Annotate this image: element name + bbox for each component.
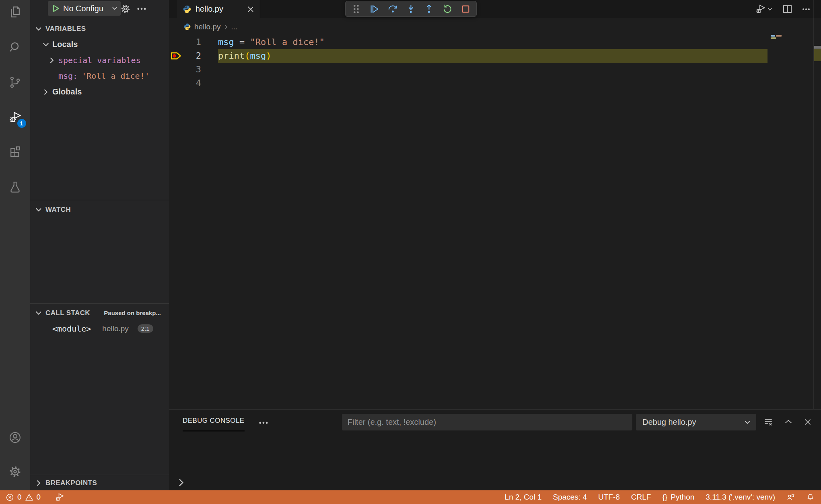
code-line-1: 1 msg = "Roll a dice!" xyxy=(169,35,821,49)
call-stack-section-header[interactable]: CALL STACK Paused on breakp... xyxy=(30,305,169,321)
console-input-prompt-icon[interactable] xyxy=(176,477,187,488)
encoding-status[interactable]: UTF-8 xyxy=(598,493,620,502)
breadcrumb: hello.py ... xyxy=(169,18,821,35)
token-variable: msg xyxy=(218,37,234,47)
chevron-down-icon xyxy=(111,5,118,12)
token-function: print xyxy=(218,51,245,61)
code-line-3: 3 xyxy=(169,63,821,76)
step-into-icon[interactable] xyxy=(404,2,417,16)
overview-ruler[interactable] xyxy=(813,0,821,409)
debug-sidebar: No Configu VARIABLES Loc xyxy=(30,0,169,490)
breadcrumb-symbol[interactable]: ... xyxy=(231,23,238,31)
line-number: 4 xyxy=(169,76,201,90)
language-status[interactable]: {} Python xyxy=(662,493,694,502)
python-interpreter-status[interactable]: 3.11.3 ('.venv': venv) xyxy=(706,493,775,502)
eol-status[interactable]: CRLF xyxy=(631,493,651,502)
code-area[interactable]: 1 msg = "Roll a dice!" 2 print(msg) 3 4 xyxy=(169,35,821,90)
token-variable: msg xyxy=(250,51,266,61)
cursor-position-status[interactable]: Ln 2, Col 1 xyxy=(505,493,542,502)
code-line-4: 4 xyxy=(169,76,821,90)
token-operator: = xyxy=(234,37,250,47)
token-bracket: ) xyxy=(266,51,271,61)
tab-close-icon[interactable] xyxy=(246,5,255,14)
source-control-icon[interactable] xyxy=(6,72,25,92)
chevron-down-icon xyxy=(34,309,43,318)
debug-config-label: No Configu xyxy=(63,4,111,13)
frame-name: <module> xyxy=(52,324,91,334)
section-divider xyxy=(30,303,169,304)
scrollbar-slider[interactable] xyxy=(814,46,821,49)
panel-more-actions-icon[interactable] xyxy=(258,418,269,426)
vscode-window: 1 xyxy=(0,0,821,504)
variables-msg-item[interactable]: msg: 'Roll a dice!' xyxy=(30,68,169,84)
close-panel-icon[interactable] xyxy=(801,416,814,428)
indentation-status[interactable]: Spaces: 4 xyxy=(553,493,587,502)
errors-count: 0 xyxy=(17,493,22,502)
editor-tab-bar: hello.py xyxy=(169,0,821,18)
debug-session-badge: 1 xyxy=(17,119,26,128)
line-number: 3 xyxy=(169,63,201,76)
debug-sidebar-toolbar: No Configu xyxy=(30,0,169,18)
minimap[interactable] xyxy=(768,0,813,161)
errors-icon xyxy=(6,493,14,502)
current-line-marker xyxy=(814,49,821,61)
chevron-right-icon xyxy=(41,88,50,96)
toolbar-drag-gripper[interactable] xyxy=(350,2,362,16)
stop-icon[interactable] xyxy=(459,2,472,16)
feedback-icon[interactable] xyxy=(786,493,795,502)
panel-debug-console: DEBUG CONSOLE Debug hello.py xyxy=(169,409,821,490)
watch-section-header[interactable]: WATCH xyxy=(30,202,169,217)
warnings-count: 0 xyxy=(37,493,41,502)
chevron-down-icon xyxy=(41,40,50,49)
sidebar-more-actions-icon[interactable] xyxy=(136,3,148,15)
variables-section-header[interactable]: VARIABLES xyxy=(30,21,169,37)
extensions-icon[interactable] xyxy=(6,142,25,162)
token-string: "Roll a dice!" xyxy=(250,37,325,47)
clear-console-icon[interactable] xyxy=(762,416,775,428)
section-divider xyxy=(30,200,169,200)
warnings-icon xyxy=(25,493,33,502)
chevron-right-icon xyxy=(47,56,56,65)
maximize-panel-icon[interactable] xyxy=(782,416,795,428)
tab-label: hello.py xyxy=(195,4,246,14)
breakpoints-section-header[interactable]: BREAKPOINTS xyxy=(30,475,169,490)
frame-file: hello.py xyxy=(102,324,129,333)
start-debugging-icon[interactable] xyxy=(51,4,60,13)
tab-hello-py[interactable]: hello.py xyxy=(177,0,260,18)
settings-gear-icon[interactable] xyxy=(6,462,25,481)
python-file-icon xyxy=(183,23,191,31)
accounts-icon[interactable] xyxy=(6,428,25,447)
console-filter-input[interactable] xyxy=(342,414,632,430)
paused-on-breakpoint-status: Paused on breakp... xyxy=(104,309,161,316)
problems-status[interactable]: 0 0 xyxy=(6,493,41,502)
step-out-icon[interactable] xyxy=(423,2,436,16)
search-icon[interactable] xyxy=(6,37,25,57)
variables-special-item[interactable]: special variables xyxy=(30,52,169,68)
activity-bar: 1 xyxy=(0,0,30,490)
console-filter-box xyxy=(342,414,632,430)
notifications-bell-icon[interactable] xyxy=(806,493,815,502)
run-and-debug-icon[interactable]: 1 xyxy=(6,107,25,127)
restart-icon[interactable] xyxy=(441,2,454,16)
frame-position-badge: 2:1 xyxy=(138,324,153,333)
debug-toolbar xyxy=(345,1,477,17)
debugging-status-icon[interactable] xyxy=(55,492,64,502)
chevron-right-icon xyxy=(222,23,230,31)
line-number: 1 xyxy=(169,35,201,49)
continue-icon[interactable] xyxy=(368,2,381,16)
language-brackets-icon: {} xyxy=(662,493,667,502)
stack-frame-line-highlight xyxy=(218,49,768,63)
variables-globals-item[interactable]: Globals xyxy=(30,84,169,100)
debug-session-dropdown[interactable]: Debug hello.py xyxy=(636,414,756,430)
step-over-icon[interactable] xyxy=(386,2,399,16)
testing-icon[interactable] xyxy=(6,177,25,197)
tab-debug-console[interactable]: DEBUG CONSOLE xyxy=(183,414,245,431)
debug-settings-gear-icon[interactable] xyxy=(119,3,132,15)
status-bar: 0 0 Ln 2, Col 1 Spaces: 4 UTF-8 CRLF {} … xyxy=(0,490,821,504)
chevron-right-icon xyxy=(34,479,43,488)
explorer-icon[interactable] xyxy=(6,2,25,22)
variables-locals-item[interactable]: Locals xyxy=(30,37,169,52)
breadcrumb-file[interactable]: hello.py xyxy=(194,23,221,31)
call-stack-frame-row[interactable]: <module> hello.py 2:1 xyxy=(30,321,169,336)
debug-config-dropdown[interactable]: No Configu xyxy=(48,1,121,16)
